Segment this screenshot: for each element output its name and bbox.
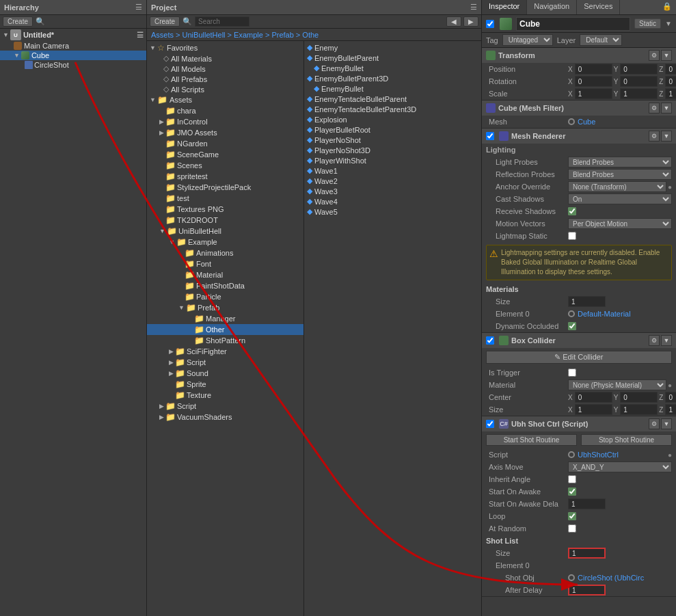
jmo-folder[interactable]: ▶ 📁 JMO Assets <box>147 127 303 138</box>
collider-material-select[interactable]: None (Physic Material) <box>568 379 666 390</box>
enemy-bullet3d-file[interactable]: ◆ EnemyBullet <box>304 83 481 94</box>
box-collider-checkbox[interactable] <box>486 336 494 345</box>
mesh-renderer-menu-btn[interactable]: ▼ <box>661 131 672 142</box>
layer-select[interactable]: Default <box>580 34 622 46</box>
wave1-file[interactable]: ◆ Wave1 <box>304 165 481 176</box>
inspector-lock-icon[interactable]: 🔒 <box>658 0 676 14</box>
project-nav-back[interactable]: ◀ <box>446 16 461 27</box>
element0-value[interactable]: Default-Material <box>578 310 631 318</box>
script-header[interactable]: C# Ubh Shot Ctrl (Script) ⚙ ▼ <box>482 416 676 431</box>
wave2-file[interactable]: ◆ Wave2 <box>304 176 481 186</box>
script-subfolder[interactable]: ▶ 📁 Script <box>147 357 303 368</box>
material-folder[interactable]: ▶ 📁 Material <box>147 269 303 280</box>
scale-z-input[interactable] <box>665 88 676 99</box>
hierarchy-item-main-camera[interactable]: Main Camera <box>0 41 146 51</box>
scififighter-folder[interactable]: ▶ 📁 SciFiFighter <box>147 346 303 357</box>
enemy-bullet-file[interactable]: ◆ EnemyBullet <box>304 63 481 73</box>
box-collider-settings-btn[interactable]: ⚙ <box>649 335 660 346</box>
spritetest-folder[interactable]: ▶ 📁 spritetest <box>147 171 303 182</box>
shot-obj-value[interactable]: CircleShot (UbhCirc <box>578 574 644 582</box>
collider-size-y-input[interactable] <box>620 404 658 415</box>
position-y-input[interactable] <box>620 64 658 75</box>
static-button[interactable]: Static <box>634 18 661 29</box>
inherit-angle-checkbox[interactable] <box>568 475 576 483</box>
project-menu-icon[interactable]: ☰ <box>470 3 477 12</box>
lightmap-static-checkbox[interactable] <box>568 232 576 240</box>
box-collider-header[interactable]: Box Collider ⚙ ▼ <box>482 333 676 348</box>
receive-shadows-checkbox[interactable] <box>568 207 576 215</box>
scenes-folder[interactable]: ▶ 📁 Scenes <box>147 160 303 171</box>
collider-size-z-input[interactable] <box>665 404 676 415</box>
loop-checkbox[interactable] <box>568 512 576 520</box>
player-no-shot-file[interactable]: ◆ PlayerNoShot <box>304 135 481 145</box>
texture-subfolder[interactable]: ▶ 📁 Texture <box>147 390 303 401</box>
hierarchy-create-button[interactable]: Create <box>3 16 33 27</box>
light-probes-select[interactable]: Blend Probes <box>568 157 672 168</box>
rotation-z-input[interactable] <box>665 76 676 87</box>
script-settings-btn[interactable]: ⚙ <box>649 418 660 429</box>
object-name-input[interactable] <box>516 17 630 31</box>
at-random-checkbox[interactable] <box>568 524 576 533</box>
rotation-x-input[interactable] <box>575 76 612 87</box>
project-nav-forward[interactable]: ▶ <box>463 16 478 27</box>
chara-folder[interactable]: ▶ 📁 chara <box>147 105 303 116</box>
script-value[interactable]: UbhShotCtrl <box>578 451 619 459</box>
center-z-input[interactable] <box>665 392 676 403</box>
project-create-button[interactable]: Create <box>150 16 180 27</box>
box-collider-menu-btn[interactable]: ▼ <box>661 335 672 346</box>
wave4-file[interactable]: ◆ Wave4 <box>304 196 481 206</box>
wave5-file[interactable]: ◆ Wave5 <box>304 206 481 217</box>
all-scripts-item[interactable]: ◇ All Scripts <box>147 84 303 94</box>
tentacle-parent3d-file[interactable]: ◆ EnemyTentacleBulletParent3D <box>304 104 481 114</box>
is-trigger-checkbox[interactable] <box>568 369 576 377</box>
tentacle-parent-file[interactable]: ◆ EnemyTentacleBulletParent <box>304 94 481 104</box>
mesh-renderer-checkbox[interactable] <box>486 132 494 140</box>
paintshotdata-folder[interactable]: ▶ 📁 PaintShotData <box>147 280 303 291</box>
scale-x-input[interactable] <box>575 88 612 99</box>
example-folder[interactable]: ▼ 📁 Example <box>147 237 303 247</box>
hierarchy-root[interactable]: ▼ U Untitled* ☰ <box>0 29 146 41</box>
mesh-filter-settings-btn[interactable]: ⚙ <box>649 103 660 113</box>
start-shot-routine-button[interactable]: Start Shot Routine <box>486 434 577 446</box>
dynamic-occluded-checkbox[interactable] <box>568 322 576 330</box>
motion-vectors-select[interactable]: Per Object Motion <box>568 218 672 229</box>
player-with-shot-file[interactable]: ◆ PlayerWithShot <box>304 155 481 165</box>
shotpattern-folder[interactable]: ▶ 📁 ShotPattern <box>147 335 303 346</box>
tab-navigation[interactable]: Navigation <box>527 0 577 14</box>
all-models-item[interactable]: ◇ All Models <box>147 64 303 74</box>
after-delay-input[interactable] <box>568 585 606 595</box>
stylized-folder[interactable]: ▶ 📁 StylizedProjectilePack <box>147 182 303 193</box>
favorites-header[interactable]: ▼ ☆ Favorites <box>147 42 303 53</box>
script-menu-btn[interactable]: ▼ <box>661 418 672 429</box>
static-dropdown-arrow[interactable]: ▼ <box>665 20 672 27</box>
mesh-filter-menu-btn[interactable]: ▼ <box>661 103 672 113</box>
sprite-subfolder[interactable]: ▶ 📁 Sprite <box>147 379 303 390</box>
tag-select[interactable]: Untagged <box>502 34 553 46</box>
transform-menu-btn[interactable]: ▼ <box>661 50 672 61</box>
font-folder[interactable]: ▶ 📁 Font <box>147 258 303 269</box>
scenegame-folder[interactable]: ▶ 📁 SceneGame <box>147 149 303 160</box>
enemy-bullet-parent-file[interactable]: ◆ EnemyBulletParent <box>304 53 481 63</box>
start-on-awake-checkbox[interactable] <box>568 487 576 496</box>
axis-move-select[interactable]: X_AND_Y <box>568 461 672 472</box>
explosion-file[interactable]: ◆ Explosion <box>304 114 481 124</box>
incontrol-folder[interactable]: ▶ 📁 InControl <box>147 116 303 127</box>
all-materials-item[interactable]: ◇ All Materials <box>147 53 303 64</box>
position-z-input[interactable] <box>665 64 676 75</box>
vacuum-folder[interactable]: ▶ 📁 VacuumShaders <box>147 412 303 423</box>
edit-collider-button[interactable]: ✎ Edit Collider <box>486 351 672 364</box>
enemy-file[interactable]: ◆ Enemy <box>304 42 481 53</box>
scale-y-input[interactable] <box>620 88 658 99</box>
script-root-folder[interactable]: ▶ 📁 Script <box>147 401 303 412</box>
mesh-filter-header[interactable]: Cube (Mesh Filter) ⚙ ▼ <box>482 101 676 116</box>
sound-subfolder[interactable]: ▶ 📁 Sound <box>147 368 303 379</box>
reflection-probes-select[interactable]: Blend Probes <box>568 169 672 180</box>
materials-size-input[interactable] <box>568 296 606 307</box>
hierarchy-item-cube[interactable]: ▼ Cube <box>0 51 146 60</box>
cast-shadows-select[interactable]: On <box>568 193 672 204</box>
wave3-file[interactable]: ◆ Wave3 <box>304 186 481 196</box>
collider-size-x-input[interactable] <box>575 404 612 415</box>
rotation-y-input[interactable] <box>620 76 658 87</box>
player-no-shot3d-file[interactable]: ◆ PlayerNoShot3D <box>304 145 481 155</box>
enemy-bullet-parent3d-file[interactable]: ◆ EnemyBulletParent3D <box>304 73 481 83</box>
